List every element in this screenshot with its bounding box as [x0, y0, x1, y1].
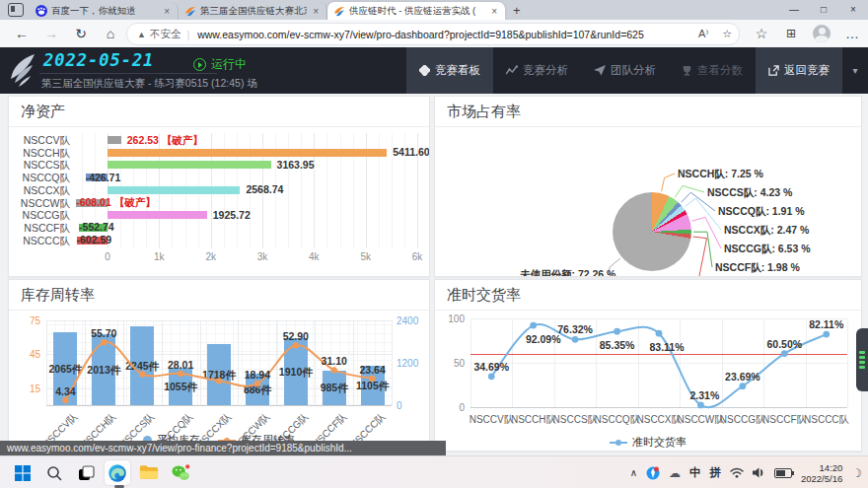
- reference-line: [470, 354, 847, 355]
- address-bar[interactable]: ▲ 不安全 | www.easymoo.com/ev-scmw-xy7/view…: [126, 23, 740, 45]
- wechat-button[interactable]: [168, 460, 193, 485]
- taskbar-clock[interactable]: 14:20 2022/5/16: [801, 462, 842, 484]
- net-assets-bar[interactable]: [108, 186, 240, 194]
- security-label[interactable]: 不安全: [150, 28, 181, 41]
- favorite-star-icon[interactable]: ☆: [722, 28, 732, 40]
- tab-title: 第三届全国供应链大赛北京物资: [200, 5, 307, 18]
- window-maximize-button[interactable]: □: [809, 0, 838, 20]
- taskbar: ∧ ☁ 中 拼 14:20 2022/5/16 ☽: [0, 455, 868, 488]
- legend-label: 准时交货率: [632, 435, 687, 450]
- inventory-turnover-chart[interactable]: 1545750120024002065件NSCCV队2013件NSCCH队224…: [9, 311, 429, 451]
- net-assets-bar[interactable]: [108, 149, 387, 157]
- turnover-value-label: 4.34: [45, 385, 85, 397]
- legend-item-delivery-rate[interactable]: 准时交货率: [610, 435, 687, 450]
- back-icon[interactable]: ←: [10, 20, 34, 47]
- taskbar-edge-button[interactable]: [105, 460, 130, 485]
- turnover-value-label: 23.64: [353, 364, 393, 376]
- settings-menu-icon[interactable]: …: [840, 20, 864, 47]
- grid-line: [470, 363, 847, 364]
- panel-on-time-delivery: 准时交货率 05010034.69%NSCCV队92.09%NSCCH队76.3…: [434, 279, 862, 452]
- forward-icon[interactable]: →: [39, 20, 63, 47]
- clock-date: 2022/5/16: [801, 473, 842, 484]
- floating-widget[interactable]: [856, 328, 868, 391]
- file-explorer-button[interactable]: [136, 460, 162, 485]
- volume-icon[interactable]: [753, 467, 765, 478]
- collections-icon[interactable]: ⊞: [779, 20, 803, 47]
- url-text[interactable]: www.easymoo.com/ev-scmw-xy7/view/pro-das…: [197, 29, 691, 40]
- right-axis-tick: 2400: [397, 315, 418, 326]
- delivery-rate-chart[interactable]: 05010034.69%NSCCV队92.09%NSCCH队76.32%NSCC…: [435, 311, 861, 451]
- read-aloud-icon[interactable]: A⁾: [698, 28, 708, 40]
- competition-subtitle: 第三届全国供应链大赛 - 练习赛0515 (12:45) 场: [41, 77, 257, 91]
- delivery-point[interactable]: [656, 330, 663, 337]
- nav-item-return[interactable]: 返回竞赛: [756, 47, 842, 94]
- tab-close-icon[interactable]: ×: [162, 6, 172, 17]
- dashboard-header: 2022-05-21 运行中 第三届全国供应链大赛 - 练习赛0515 (12:…: [0, 47, 868, 94]
- left-axis-tick: 75: [17, 315, 40, 326]
- delivery-point[interactable]: [572, 336, 579, 343]
- browser-tab-3[interactable]: 供应链时代 - 供应链运营实战 (×: [327, 2, 505, 20]
- pie-slice-label: 未使用份额: 72.26 %: [520, 268, 615, 276]
- antivirus-tray-icon[interactable]: [646, 466, 660, 480]
- run-status-label: 运行中: [211, 56, 247, 73]
- score-icon: [682, 65, 692, 76]
- panel-net-assets: 净资产 01k2k3k4k5k6kNSCCV队262.53 【破产】NSCCH队…: [8, 96, 430, 277]
- pie-slice-label: NSCCG队: 6.53 %: [724, 243, 811, 256]
- night-light-icon[interactable]: ☽: [851, 466, 862, 480]
- profile-avatar[interactable]: [813, 25, 831, 42]
- window-minimize-button[interactable]: —: [779, 0, 809, 20]
- task-view-button[interactable]: [73, 460, 99, 485]
- favorites-bar-icon[interactable]: ☆: [750, 20, 773, 47]
- vertical-tabs-icon[interactable]: [8, 3, 24, 17]
- tab-close-icon[interactable]: ×: [311, 6, 321, 17]
- nav-item-label: 竞赛分析: [523, 63, 568, 78]
- grid-line: [46, 320, 392, 321]
- pie-slice-label: NSCCH队: 7.25 %: [678, 168, 763, 181]
- browser-tab-strip: 百度一下，你就知道×第三届全国供应链大赛北京物资×供应链时代 - 供应链运营实战…: [0, 0, 868, 20]
- battery-icon[interactable]: [774, 468, 792, 478]
- tab-close-icon[interactable]: ×: [489, 6, 499, 17]
- new-tab-button[interactable]: +: [505, 3, 529, 20]
- tray-expand-icon[interactable]: ∧: [630, 467, 637, 478]
- cloud-tray-icon[interactable]: ☁: [669, 466, 681, 480]
- start-button[interactable]: [10, 460, 36, 485]
- scm-logo-icon: [333, 5, 345, 17]
- delivery-point[interactable]: [488, 373, 495, 380]
- ime-mode-indicator[interactable]: 拼: [709, 465, 721, 480]
- nav-item-team[interactable]: 团队分析: [581, 47, 669, 94]
- dashboard-content: 净资产 01k2k3k4k5k6kNSCCV队262.53 【破产】NSCCH队…: [0, 94, 868, 455]
- browser-tab-1[interactable]: 百度一下，你就知道×: [30, 2, 179, 20]
- legend-marker-dot: [615, 440, 621, 446]
- category-label: NSCCX队: [9, 184, 70, 196]
- wifi-icon[interactable]: [730, 467, 744, 478]
- running-play-icon: [193, 58, 206, 71]
- net-assets-bar[interactable]: [108, 136, 121, 144]
- ime-language-indicator[interactable]: 中: [689, 465, 701, 480]
- nav-item-analysis[interactable]: 竞赛分析: [493, 47, 581, 94]
- delivery-point[interactable]: [823, 331, 830, 338]
- x-axis-tick: 5k: [356, 251, 376, 262]
- nav-item-dashboard[interactable]: 竞赛看板: [406, 47, 493, 94]
- window-close-button[interactable]: ×: [838, 0, 868, 20]
- delivery-point[interactable]: [739, 383, 746, 389]
- edge-active-indicator: [114, 485, 124, 488]
- net-assets-chart[interactable]: 01k2k3k4k5k6kNSCCV队262.53 【破产】NSCCH队5411…: [9, 127, 429, 276]
- delivery-value-label: 76.32%: [551, 323, 599, 335]
- delivery-value-label: 85.35%: [594, 339, 641, 351]
- browser-tab-2[interactable]: 第三届全国供应链大赛北京物资×: [179, 2, 327, 20]
- delivery-point[interactable]: [614, 328, 620, 335]
- bar-count-label: 1105件: [351, 380, 395, 393]
- net-assets-bar[interactable]: [108, 211, 207, 219]
- category-label: NSCCG队: [9, 209, 70, 221]
- nav-more-caret[interactable]: ▾: [842, 47, 868, 94]
- market-share-chart[interactable]: NSCCH队: 7.25 %NSCCS队: 4.23 %NSCCQ队: 1.91…: [435, 127, 861, 276]
- nav-item-label: 查看分数: [697, 63, 743, 78]
- pie[interactable]: [613, 192, 691, 271]
- home-icon[interactable]: ⌂: [99, 20, 122, 47]
- taskbar-search-button[interactable]: [41, 460, 67, 485]
- bar-count-label: 985件: [313, 382, 356, 395]
- net-assets-bar[interactable]: [108, 161, 271, 169]
- refresh-icon[interactable]: ↻: [69, 20, 93, 47]
- baidu-icon: [36, 5, 47, 17]
- delivery-point[interactable]: [530, 322, 537, 329]
